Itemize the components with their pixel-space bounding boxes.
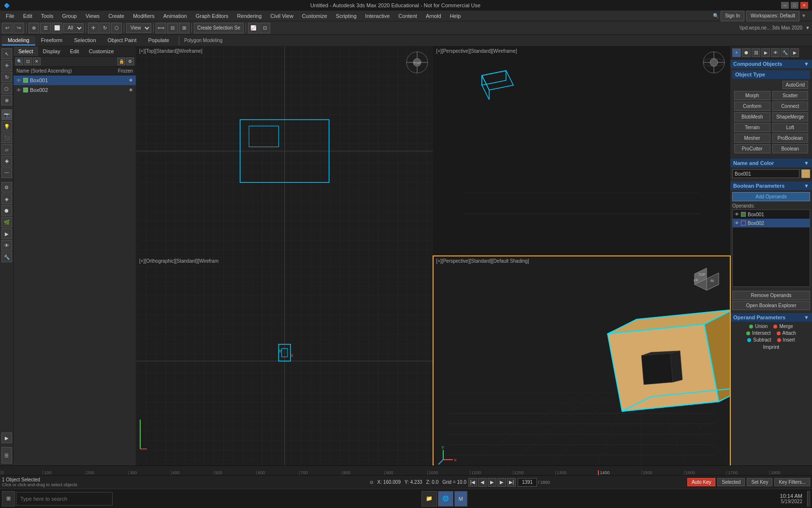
lt-helper-btn[interactable]: ✚ [1,156,12,166]
menu-create[interactable]: Create [104,12,128,20]
menu-views[interactable]: Views [82,12,103,20]
morph-btn[interactable]: Morph [734,91,770,100]
lt-modify-btn[interactable]: ⬢ [1,205,12,216]
menu-scripting[interactable]: Scripting [332,12,361,20]
intersect-radio[interactable]: Intersect [746,330,770,336]
nav-gizmo-top[interactable]: TOP [405,50,429,75]
undo-button[interactable]: ↩ [2,23,13,33]
taskbar-search[interactable] [16,492,113,506]
tab-modeling[interactable]: Modeling [2,36,35,45]
modify-panel-btn[interactable]: ⬢ [742,48,751,57]
boolean-btn[interactable]: Boolean [772,144,809,153]
lt-snap-btn[interactable]: ⊕ [1,95,12,105]
sp-tab-display[interactable]: Display [38,46,65,56]
utility-panel-btn[interactable]: 🔧 [781,48,789,57]
viewport-top[interactable]: [+][Top][Standard][Wireframe] [136,46,433,256]
viewport-main[interactable]: [+][Perspective][Standard][Default Shadi… [434,256,730,466]
prev-frame-btn[interactable]: ◀ [478,478,487,487]
selection-filter-dropdown[interactable]: All [63,23,84,33]
menu-tools[interactable]: Tools [37,12,58,20]
sp-tab-customize[interactable]: Customize [84,46,119,56]
scene-item-box002[interactable]: 👁 Box002 ❄ [14,85,136,95]
proboolean-btn[interactable]: ProBoolean [772,134,809,143]
sp-tab-select[interactable]: Select [14,46,38,56]
lt-system-btn[interactable]: ⚙ [1,182,12,193]
create-panel-btn[interactable]: + [732,48,741,57]
tab-selection[interactable]: Selection [68,36,102,45]
subtract-radio[interactable]: Subtract [747,337,771,343]
menu-rendering[interactable]: Rendering [233,12,266,20]
scene-item-box001[interactable]: 👁 Box001 ❄ [14,75,136,85]
procutter-btn[interactable]: ProCutter [734,144,770,153]
auto-key-btn[interactable]: Auto Key [687,478,716,486]
operand-box001[interactable]: 👁 Box001 [733,210,810,219]
scene-filter-btn[interactable]: ⊡ [24,58,32,65]
display-panel-btn[interactable]: 👁 [771,48,780,57]
blobmesh-btn[interactable]: BlobMesh [734,112,770,121]
scale-button[interactable]: ⬡ [111,23,122,33]
close-button[interactable]: ✕ [800,2,808,9]
tab-object-paint[interactable]: Object Paint [102,36,143,45]
remove-operands-btn[interactable]: Remove Operands [732,291,810,300]
hierarchy-panel-btn[interactable]: ⛓ [752,48,760,57]
motion-panel-btn[interactable]: ▶ [761,48,770,57]
menu-customize[interactable]: Customize [298,12,331,20]
play-btn[interactable]: ▶ [488,478,496,487]
go-end-btn[interactable]: ▶| [507,478,516,487]
name-color-header[interactable]: Name and Color ▼ [730,159,812,167]
operand-eye-2[interactable]: 👁 [735,221,739,225]
move-button[interactable]: ✛ [88,23,99,33]
mesher-btn[interactable]: Mesher [734,134,770,143]
menu-civil-view[interactable]: Civil View [266,12,297,20]
select-by-name-button[interactable]: ☰ [40,23,51,33]
union-radio[interactable]: Union [749,324,768,329]
lt-geo-btn[interactable]: ⬛ [1,133,12,143]
lt-camera-btn[interactable]: 📷 [1,109,12,120]
lt-material-btn[interactable]: ◈ [1,194,12,204]
lt-display-btn[interactable]: 👁 [1,240,12,251]
shapemerge-btn[interactable]: ShapeMerge [772,112,809,121]
taskbar-file-explorer[interactable]: 📁 [421,491,437,507]
lt-expand-btn[interactable]: ▶ [1,433,12,443]
window-controls[interactable]: ─ □ ✕ [781,2,808,9]
go-start-btn[interactable]: |◀ [468,478,477,487]
compound-objects-header[interactable]: Compound Objects ▼ [730,60,812,68]
color-swatch[interactable] [801,169,810,178]
eye-icon-box002[interactable]: 👁 [16,88,21,93]
menu-graph-editors[interactable]: Graph Editors [192,12,232,20]
tab-populate[interactable]: Populate [142,36,174,45]
autogrid-btn[interactable]: AutoGrid [783,81,808,89]
tab-freeform[interactable]: Freeform [35,36,69,45]
menu-help[interactable]: Help [446,12,465,20]
conform-btn[interactable]: Conform [734,102,770,111]
lt-layer-btn[interactable]: ☰ [1,447,12,463]
operand-eye-1[interactable]: 👁 [735,212,739,217]
connect-btn[interactable]: Connect [772,102,809,111]
terrain-btn[interactable]: Terrain [734,123,770,132]
menu-animation[interactable]: Animation [160,12,191,20]
lt-space-warp-btn[interactable]: 〰 [1,167,12,178]
attach-radio[interactable]: Attach [777,330,796,336]
add-operands-btn[interactable]: Add Operands [732,192,810,201]
loft-btn[interactable]: Loft [772,123,809,132]
object-name-input[interactable] [732,169,799,178]
lt-hierarchy-btn[interactable]: 🌿 [1,217,12,227]
merge-radio[interactable]: Merge [773,324,793,329]
curve-editor-button[interactable]: 📈 [248,23,259,33]
select-region-button[interactable]: ⬜ [52,23,62,33]
menu-modifiers[interactable]: Modifiers [129,12,159,20]
insert-radio[interactable]: Insert [777,337,795,343]
lt-select-btn[interactable]: ↖ [1,48,12,59]
rotate-button[interactable]: ↻ [100,23,110,33]
menu-edit[interactable]: Edit [19,12,36,20]
layer-manager-button[interactable]: ⊞ [179,23,189,33]
lt-light-btn[interactable]: 💡 [1,121,12,132]
menu-interactive[interactable]: Interactive [362,12,394,20]
nav-gizmo-perspective[interactable] [702,50,726,75]
lt-rotate-btn[interactable]: ↻ [1,72,12,82]
mirror-button[interactable]: ⟺ [156,23,166,33]
key-filters-btn[interactable]: Key Filters... [774,478,810,486]
minimize-button[interactable]: ─ [781,2,789,9]
taskbar-show-desktop[interactable] [807,491,810,507]
menu-arnold[interactable]: Arnold [422,12,445,20]
